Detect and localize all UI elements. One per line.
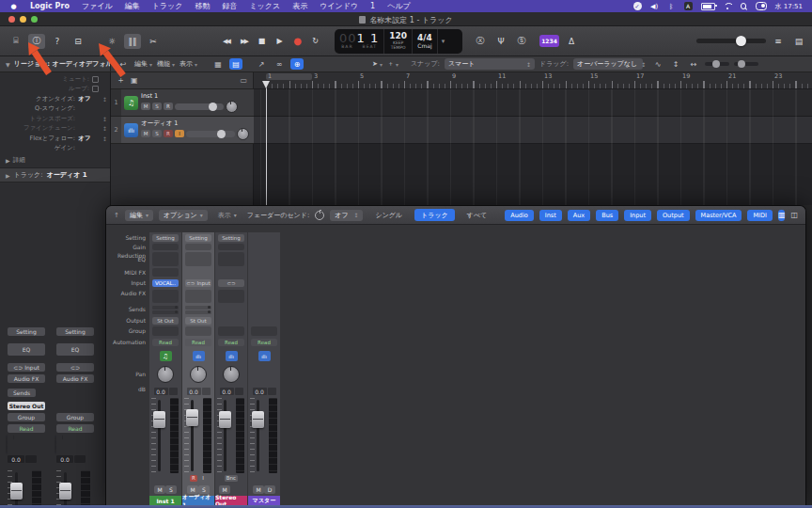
tracks-view-menu[interactable]: 表示▾	[180, 59, 197, 69]
master-volume-knob[interactable]	[736, 36, 746, 46]
group-slot[interactable]	[251, 326, 277, 336]
mute-button[interactable]: M	[141, 130, 150, 137]
catch-playhead-icon[interactable]: ⊕	[290, 58, 304, 70]
menu-clock[interactable]: 水 17:51	[775, 2, 803, 11]
group-slot[interactable]	[218, 326, 244, 336]
track-lane-inst1[interactable]	[254, 89, 812, 117]
volume-fader[interactable]	[186, 409, 198, 426]
mute-button[interactable]: M	[219, 485, 230, 494]
inspector-button[interactable]: ⓘ	[28, 34, 45, 49]
automation-mode-button[interactable]: Read	[251, 339, 277, 346]
output-button[interactable]: Stereo Out	[8, 402, 45, 410]
track-inspector-header[interactable]: ▶ トラック:オーディオ 1	[0, 167, 110, 183]
group-slot[interactable]: Group	[56, 413, 94, 421]
audio-fx-slot[interactable]: Audio FX	[8, 374, 45, 383]
eq-slot[interactable]	[152, 252, 179, 266]
eq-slot[interactable]	[218, 252, 244, 266]
group-slot[interactable]	[152, 326, 179, 336]
undo-arrow-icon[interactable]: ↩	[117, 58, 130, 70]
volume-fader[interactable]	[10, 483, 23, 500]
group-slot[interactable]: Group	[8, 413, 45, 421]
filter-master-vca[interactable]: Master/VCA	[695, 210, 742, 221]
volume-readout[interactable]: 0.0	[8, 455, 24, 463]
waveform-zoom-icon[interactable]: ∿	[651, 58, 664, 70]
list-editors-button[interactable]: ≡	[770, 34, 787, 49]
grid-view-icon[interactable]: ▦	[211, 58, 225, 70]
strip-name[interactable]: マスター	[248, 496, 280, 505]
tab-tracks[interactable]: トラック	[414, 209, 455, 221]
count-in-button[interactable]: 1234	[539, 35, 559, 47]
automation-mode-button[interactable]: Read	[8, 424, 45, 433]
region-details-disclosure[interactable]: ▶詳細	[0, 153, 110, 167]
mixer-view-menu[interactable]: 表示▾	[213, 210, 242, 221]
pan-knob[interactable]	[157, 366, 174, 383]
menu-help[interactable]: ヘルプ	[387, 1, 411, 11]
filter-bus[interactable]: Bus	[596, 210, 618, 221]
volume-icon[interactable]: ◀)	[650, 2, 659, 10]
filter-input[interactable]: Input	[624, 210, 651, 221]
volume-readout[interactable]: 0.0	[187, 388, 201, 395]
replace-mode-button[interactable]: ⓧ	[472, 34, 489, 49]
menu-record[interactable]: 録音	[222, 1, 237, 11]
record-button[interactable]: ●	[289, 34, 305, 48]
dim-button[interactable]: D	[264, 485, 275, 494]
volume-fader[interactable]	[219, 411, 231, 428]
menu-file[interactable]: ファイル	[82, 1, 113, 11]
group-slot[interactable]	[185, 326, 211, 336]
menu-app-name[interactable]: Logic Pro	[30, 2, 70, 10]
checkbox[interactable]	[92, 76, 99, 83]
region-inspector-header[interactable]: ▼ リージョン: オーディオデフォルト	[0, 56, 111, 72]
master-volume-slider[interactable]	[696, 39, 766, 43]
input-monitor-button[interactable]: I	[175, 130, 184, 137]
track-header-audio1[interactable]: 2 ıllı オーディオ 1 M S R I	[111, 117, 254, 144]
tuner-button[interactable]: Ψ	[492, 34, 509, 49]
track-volume-slider[interactable]	[186, 131, 235, 137]
solo-button[interactable]: S	[152, 103, 162, 110]
track-pan-knob[interactable]	[226, 101, 238, 113]
horizontal-zoom-icon[interactable]: ↔	[687, 58, 700, 70]
cycle-button[interactable]: ↻	[307, 34, 323, 48]
filter-midi[interactable]: MIDI	[747, 210, 772, 221]
setting-button[interactable]: Setting	[218, 234, 244, 242]
smart-controls-button[interactable]: ☼	[103, 34, 120, 49]
checkbox[interactable]	[92, 86, 99, 92]
sends-slot[interactable]: Sends	[8, 389, 36, 397]
region-param-flex[interactable]: Flexとフォロー:オフ ↕	[0, 134, 110, 144]
instrument-input-button[interactable]: VOCAL..	[152, 279, 179, 287]
mixer-options-menu[interactable]: オプション▾	[159, 210, 208, 221]
stereo-format-icon[interactable]: ⊂⊃	[186, 280, 195, 286]
lcd-display[interactable]: 001 1 BARBEAT 120 KEEP TEMPO 4/4 Cmaj ▾	[335, 29, 462, 54]
mute-button[interactable]: M	[154, 485, 165, 494]
rewind-button[interactable]: ◀◀	[218, 34, 234, 48]
stop-button[interactable]: ■	[254, 34, 270, 48]
eq-button[interactable]: EQ	[56, 343, 94, 356]
add-track-button[interactable]: ＋	[117, 74, 125, 87]
filter-output[interactable]: Output	[657, 210, 690, 221]
region-param-quantize[interactable]: クオンタイズ:オフ ↕	[0, 94, 110, 104]
strip-name[interactable]: オーディオ 1	[182, 496, 214, 505]
eq-button[interactable]: EQ	[8, 343, 45, 356]
volume-fader[interactable]	[153, 411, 165, 428]
audio-fx-slot[interactable]	[185, 290, 211, 303]
automation-mode-button[interactable]: Read	[152, 339, 179, 346]
volume-readout[interactable]: 0.0	[56, 455, 73, 463]
tracks-lane-area[interactable]	[254, 89, 812, 205]
setting-button[interactable]: Setting	[8, 327, 45, 336]
duplicate-track-button[interactable]: ▣	[131, 76, 138, 85]
track-lane-audio1[interactable]	[254, 117, 812, 144]
menu-window[interactable]: ウインドウ	[320, 1, 358, 11]
tab-single[interactable]: シングル	[368, 209, 409, 221]
library-button[interactable]: ⌸	[8, 34, 24, 49]
mute-button[interactable]: M	[141, 103, 150, 110]
solo-mode-button[interactable]: ⓢ	[513, 34, 530, 49]
track-name[interactable]: オーディオ 1	[141, 120, 251, 127]
apple-menu-icon[interactable]: ●	[9, 2, 18, 10]
audio-fx-slot[interactable]	[152, 290, 179, 303]
pan-knob[interactable]	[6, 435, 8, 454]
automation-icon[interactable]: ↗	[255, 58, 268, 70]
cycle-region[interactable]	[266, 73, 312, 80]
quick-help-button[interactable]: ?	[49, 34, 66, 49]
record-enable-button[interactable]: R	[190, 475, 197, 482]
input-button[interactable]: ⊂⊃ Input	[8, 363, 45, 372]
region-param-qswing[interactable]: Q-スウィング:	[0, 104, 110, 115]
